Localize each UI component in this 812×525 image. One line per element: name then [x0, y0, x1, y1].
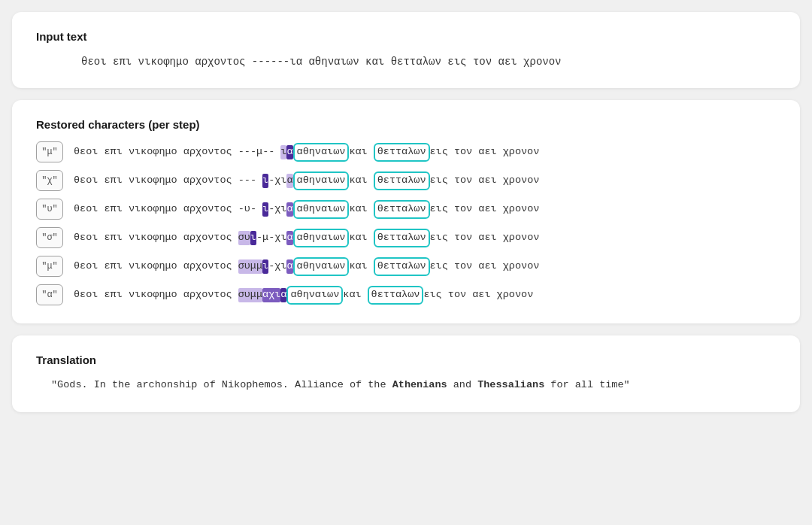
mid-word: και	[349, 259, 367, 274]
row-segment: α	[286, 231, 292, 245]
row-text: θεοι επι νικοφημο αρχοντος συμμαχια αθην…	[74, 286, 776, 305]
row-segment: α	[286, 259, 292, 274]
highlighted-word-1: αθηναιων	[293, 171, 350, 190]
highlighted-word-1: αθηναιων	[293, 257, 350, 276]
translation-bold-word: Athenians	[392, 379, 447, 390]
mid-word: και	[349, 145, 367, 159]
mid-word: και	[349, 202, 367, 217]
row-segment: α	[280, 288, 286, 302]
row-text: θεοι επι νικοφημο αρχοντος ---ι-χια αθην…	[74, 171, 776, 190]
restored-row: "χ"θεοι επι νικοφημο αρχοντος ---ι-χια α…	[36, 170, 776, 191]
restored-title: Restored characters (per step)	[36, 118, 776, 131]
char-badge: "μ"	[36, 256, 63, 277]
row-text: θεοι επι νικοφημο αρχοντος ---μ--ια αθην…	[74, 143, 776, 162]
restored-row: "μ"θεοι επι νικοφημο αρχοντος ---μ--ια α…	[36, 141, 776, 162]
char-badge: "υ"	[36, 199, 63, 220]
highlighted-word-2: θετταλων	[374, 200, 430, 219]
char-badge: "α"	[36, 284, 63, 305]
row-segment: -χι	[268, 202, 286, 217]
char-badge: "μ"	[36, 141, 63, 162]
highlighted-word-1: αθηναιων	[293, 229, 350, 247]
row-text: θεοι επι νικοφημο αρχοντος συι-μ-χια αθη…	[74, 229, 776, 247]
restored-card: Restored characters (per step) "μ"θεοι ε…	[12, 100, 800, 323]
row-segment: συμμ	[238, 288, 262, 302]
row-text: θεοι επι νικοφημο αρχοντος συμμι-χια αθη…	[74, 257, 776, 276]
row-segment: -μ-χι	[256, 231, 287, 245]
row-segment: α	[286, 202, 292, 217]
row-segment: ι	[280, 145, 286, 159]
row-segment: α	[286, 174, 292, 188]
highlighted-word-2: θετταλων	[374, 143, 430, 162]
row-segment: -χι	[268, 174, 286, 188]
restored-rows-container: "μ"θεοι επι νικοφημο αρχοντος ---μ--ια α…	[36, 141, 776, 305]
row-segment: ι	[262, 259, 268, 274]
row-suffix: εις τον αει χρονον	[430, 231, 540, 245]
row-segment: αχι	[262, 288, 280, 302]
highlighted-word-2: θετταλων	[368, 286, 424, 305]
restored-row: "α"θεοι επι νικοφημο αρχοντος συμμαχια α…	[36, 284, 776, 305]
highlighted-word-1: αθηναιων	[293, 143, 350, 162]
translation-card: Translation "Gods. In the archonship of …	[12, 335, 800, 412]
mid-word: και	[343, 288, 361, 302]
mid-word: και	[349, 174, 367, 188]
char-badge: "χ"	[36, 170, 63, 191]
highlighted-word-2: θετταλων	[374, 257, 430, 276]
highlighted-word-1: αθηναιων	[293, 200, 350, 219]
translation-bold-word: Thessalians	[477, 379, 544, 390]
row-suffix: εις τον αει χρονον	[430, 174, 540, 188]
row-segment: -χι	[268, 259, 286, 274]
row-segment: συ	[238, 231, 250, 245]
input-text-content: θεοι επι νικοφημο αρχοντος ------ια αθην…	[36, 53, 776, 70]
row-text: θεοι επι νικοφημο αρχοντος -υ-ι-χια αθην…	[74, 200, 776, 219]
highlighted-word-1: αθηναιων	[286, 286, 343, 305]
row-prefix: θεοι επι νικοφημο αρχοντος ---μ--	[74, 145, 274, 159]
row-prefix: θεοι επι νικοφημο αρχοντος	[74, 231, 232, 245]
row-segment: ι	[262, 174, 268, 188]
restored-row: "υ"θεοι επι νικοφημο αρχοντος -υ-ι-χια α…	[36, 199, 776, 220]
row-segment: ι	[262, 202, 268, 217]
highlighted-word-2: θετταλων	[374, 229, 430, 247]
row-prefix: θεοι επι νικοφημο αρχοντος	[74, 259, 232, 274]
row-suffix: εις τον αει χρονον	[423, 288, 533, 302]
row-prefix: θεοι επι νικοφημο αρχοντος ---	[74, 174, 256, 188]
row-segment: α	[286, 145, 292, 159]
translation-title: Translation	[36, 354, 776, 366]
row-suffix: εις τον αει χρονον	[430, 259, 540, 274]
char-badge: "σ"	[36, 227, 63, 248]
row-suffix: εις τον αει χρονον	[430, 202, 540, 217]
row-prefix: θεοι επι νικοφημο αρχοντος	[74, 288, 232, 302]
restored-row: "σ"θεοι επι νικοφημο αρχοντος συι-μ-χια …	[36, 227, 776, 248]
row-segment: συμμ	[238, 259, 262, 274]
row-suffix: εις τον αει χρονον	[430, 145, 540, 159]
restored-row: "μ"θεοι επι νικοφημο αρχοντος συμμι-χια …	[36, 256, 776, 277]
translation-content: "Gods. In the archonship of Nikophemos. …	[36, 377, 776, 394]
input-text-title: Input text	[36, 30, 776, 43]
input-text-card: Input text θεοι επι νικοφημο αρχοντος --…	[12, 12, 800, 88]
row-segment: ι	[250, 231, 256, 245]
row-prefix: θεοι επι νικοφημο αρχοντος -υ-	[74, 202, 256, 217]
mid-word: και	[349, 231, 367, 245]
highlighted-word-2: θετταλων	[374, 171, 430, 190]
